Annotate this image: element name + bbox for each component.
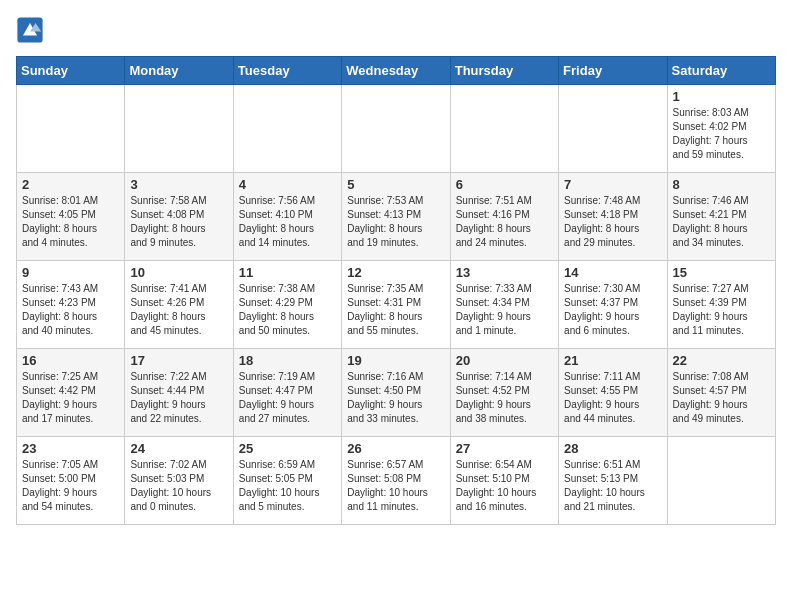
- calendar-cell: 11Sunrise: 7:38 AM Sunset: 4:29 PM Dayli…: [233, 261, 341, 349]
- calendar-cell: [450, 85, 558, 173]
- day-number: 9: [22, 265, 119, 280]
- day-info: Sunrise: 7:08 AM Sunset: 4:57 PM Dayligh…: [673, 370, 770, 426]
- day-info: Sunrise: 8:01 AM Sunset: 4:05 PM Dayligh…: [22, 194, 119, 250]
- day-number: 12: [347, 265, 444, 280]
- day-number: 24: [130, 441, 227, 456]
- calendar-cell: 26Sunrise: 6:57 AM Sunset: 5:08 PM Dayli…: [342, 437, 450, 525]
- calendar-cell: 25Sunrise: 6:59 AM Sunset: 5:05 PM Dayli…: [233, 437, 341, 525]
- day-number: 26: [347, 441, 444, 456]
- calendar-cell: 8Sunrise: 7:46 AM Sunset: 4:21 PM Daylig…: [667, 173, 775, 261]
- day-info: Sunrise: 7:35 AM Sunset: 4:31 PM Dayligh…: [347, 282, 444, 338]
- day-number: 23: [22, 441, 119, 456]
- day-info: Sunrise: 7:33 AM Sunset: 4:34 PM Dayligh…: [456, 282, 553, 338]
- calendar-cell: 15Sunrise: 7:27 AM Sunset: 4:39 PM Dayli…: [667, 261, 775, 349]
- calendar-cell: 10Sunrise: 7:41 AM Sunset: 4:26 PM Dayli…: [125, 261, 233, 349]
- header: [16, 16, 776, 44]
- calendar-cell: 3Sunrise: 7:58 AM Sunset: 4:08 PM Daylig…: [125, 173, 233, 261]
- weekday-header-thursday: Thursday: [450, 57, 558, 85]
- day-number: 4: [239, 177, 336, 192]
- day-number: 21: [564, 353, 661, 368]
- day-number: 28: [564, 441, 661, 456]
- logo-icon: [16, 16, 44, 44]
- day-info: Sunrise: 7:58 AM Sunset: 4:08 PM Dayligh…: [130, 194, 227, 250]
- day-info: Sunrise: 7:19 AM Sunset: 4:47 PM Dayligh…: [239, 370, 336, 426]
- weekday-header-sunday: Sunday: [17, 57, 125, 85]
- day-info: Sunrise: 7:53 AM Sunset: 4:13 PM Dayligh…: [347, 194, 444, 250]
- calendar-cell: 9Sunrise: 7:43 AM Sunset: 4:23 PM Daylig…: [17, 261, 125, 349]
- calendar-cell: [667, 437, 775, 525]
- calendar-cell: 22Sunrise: 7:08 AM Sunset: 4:57 PM Dayli…: [667, 349, 775, 437]
- day-number: 10: [130, 265, 227, 280]
- day-number: 13: [456, 265, 553, 280]
- calendar-cell: 18Sunrise: 7:19 AM Sunset: 4:47 PM Dayli…: [233, 349, 341, 437]
- weekday-header-friday: Friday: [559, 57, 667, 85]
- day-number: 1: [673, 89, 770, 104]
- calendar-cell: [342, 85, 450, 173]
- day-number: 20: [456, 353, 553, 368]
- calendar-cell: 7Sunrise: 7:48 AM Sunset: 4:18 PM Daylig…: [559, 173, 667, 261]
- day-number: 16: [22, 353, 119, 368]
- day-number: 3: [130, 177, 227, 192]
- calendar-cell: [17, 85, 125, 173]
- day-info: Sunrise: 6:54 AM Sunset: 5:10 PM Dayligh…: [456, 458, 553, 514]
- day-number: 27: [456, 441, 553, 456]
- calendar-cell: 14Sunrise: 7:30 AM Sunset: 4:37 PM Dayli…: [559, 261, 667, 349]
- calendar-cell: 6Sunrise: 7:51 AM Sunset: 4:16 PM Daylig…: [450, 173, 558, 261]
- day-info: Sunrise: 8:03 AM Sunset: 4:02 PM Dayligh…: [673, 106, 770, 162]
- day-info: Sunrise: 6:57 AM Sunset: 5:08 PM Dayligh…: [347, 458, 444, 514]
- day-info: Sunrise: 7:02 AM Sunset: 5:03 PM Dayligh…: [130, 458, 227, 514]
- calendar-table: SundayMondayTuesdayWednesdayThursdayFrid…: [16, 56, 776, 525]
- calendar-cell: 20Sunrise: 7:14 AM Sunset: 4:52 PM Dayli…: [450, 349, 558, 437]
- day-info: Sunrise: 6:51 AM Sunset: 5:13 PM Dayligh…: [564, 458, 661, 514]
- day-info: Sunrise: 7:51 AM Sunset: 4:16 PM Dayligh…: [456, 194, 553, 250]
- day-info: Sunrise: 7:11 AM Sunset: 4:55 PM Dayligh…: [564, 370, 661, 426]
- calendar-cell: 27Sunrise: 6:54 AM Sunset: 5:10 PM Dayli…: [450, 437, 558, 525]
- day-number: 15: [673, 265, 770, 280]
- weekday-header-saturday: Saturday: [667, 57, 775, 85]
- day-number: 11: [239, 265, 336, 280]
- day-number: 25: [239, 441, 336, 456]
- day-info: Sunrise: 6:59 AM Sunset: 5:05 PM Dayligh…: [239, 458, 336, 514]
- weekday-header-tuesday: Tuesday: [233, 57, 341, 85]
- calendar-cell: 13Sunrise: 7:33 AM Sunset: 4:34 PM Dayli…: [450, 261, 558, 349]
- calendar-cell: 19Sunrise: 7:16 AM Sunset: 4:50 PM Dayli…: [342, 349, 450, 437]
- day-info: Sunrise: 7:41 AM Sunset: 4:26 PM Dayligh…: [130, 282, 227, 338]
- day-number: 14: [564, 265, 661, 280]
- day-number: 7: [564, 177, 661, 192]
- day-number: 2: [22, 177, 119, 192]
- day-number: 8: [673, 177, 770, 192]
- calendar-cell: 1Sunrise: 8:03 AM Sunset: 4:02 PM Daylig…: [667, 85, 775, 173]
- calendar-cell: 23Sunrise: 7:05 AM Sunset: 5:00 PM Dayli…: [17, 437, 125, 525]
- day-info: Sunrise: 7:48 AM Sunset: 4:18 PM Dayligh…: [564, 194, 661, 250]
- calendar-cell: 4Sunrise: 7:56 AM Sunset: 4:10 PM Daylig…: [233, 173, 341, 261]
- calendar-cell: 17Sunrise: 7:22 AM Sunset: 4:44 PM Dayli…: [125, 349, 233, 437]
- day-info: Sunrise: 7:38 AM Sunset: 4:29 PM Dayligh…: [239, 282, 336, 338]
- weekday-header-wednesday: Wednesday: [342, 57, 450, 85]
- calendar-cell: [559, 85, 667, 173]
- calendar-cell: 5Sunrise: 7:53 AM Sunset: 4:13 PM Daylig…: [342, 173, 450, 261]
- logo: [16, 16, 46, 44]
- day-info: Sunrise: 7:43 AM Sunset: 4:23 PM Dayligh…: [22, 282, 119, 338]
- day-info: Sunrise: 7:05 AM Sunset: 5:00 PM Dayligh…: [22, 458, 119, 514]
- day-info: Sunrise: 7:30 AM Sunset: 4:37 PM Dayligh…: [564, 282, 661, 338]
- weekday-header-monday: Monday: [125, 57, 233, 85]
- calendar-cell: [233, 85, 341, 173]
- calendar-cell: [125, 85, 233, 173]
- day-number: 6: [456, 177, 553, 192]
- day-number: 22: [673, 353, 770, 368]
- calendar-cell: 2Sunrise: 8:01 AM Sunset: 4:05 PM Daylig…: [17, 173, 125, 261]
- day-info: Sunrise: 7:27 AM Sunset: 4:39 PM Dayligh…: [673, 282, 770, 338]
- calendar-cell: 24Sunrise: 7:02 AM Sunset: 5:03 PM Dayli…: [125, 437, 233, 525]
- day-number: 17: [130, 353, 227, 368]
- day-info: Sunrise: 7:25 AM Sunset: 4:42 PM Dayligh…: [22, 370, 119, 426]
- calendar-cell: 28Sunrise: 6:51 AM Sunset: 5:13 PM Dayli…: [559, 437, 667, 525]
- day-info: Sunrise: 7:56 AM Sunset: 4:10 PM Dayligh…: [239, 194, 336, 250]
- day-info: Sunrise: 7:14 AM Sunset: 4:52 PM Dayligh…: [456, 370, 553, 426]
- day-info: Sunrise: 7:46 AM Sunset: 4:21 PM Dayligh…: [673, 194, 770, 250]
- calendar-cell: 12Sunrise: 7:35 AM Sunset: 4:31 PM Dayli…: [342, 261, 450, 349]
- calendar-cell: 16Sunrise: 7:25 AM Sunset: 4:42 PM Dayli…: [17, 349, 125, 437]
- day-number: 19: [347, 353, 444, 368]
- calendar-cell: 21Sunrise: 7:11 AM Sunset: 4:55 PM Dayli…: [559, 349, 667, 437]
- day-number: 18: [239, 353, 336, 368]
- day-number: 5: [347, 177, 444, 192]
